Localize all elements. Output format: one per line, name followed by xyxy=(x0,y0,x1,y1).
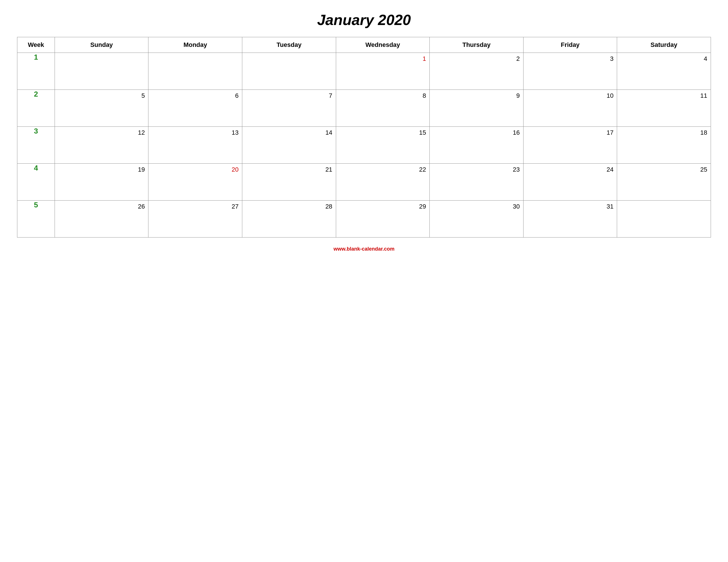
calendar-table: WeekSundayMondayTuesdayWednesdayThursday… xyxy=(17,37,711,238)
week-number-3: 3 xyxy=(17,127,55,164)
week-number-5: 5 xyxy=(17,201,55,238)
day-cell: 7 xyxy=(242,90,336,127)
week-number-2: 2 xyxy=(17,90,55,127)
day-cell: 6 xyxy=(148,90,242,127)
day-cell: 29 xyxy=(336,201,430,238)
day-cell: 20 xyxy=(148,164,242,201)
day-number: 7 xyxy=(246,92,332,100)
day-cell: 11 xyxy=(617,90,711,127)
day-number: 6 xyxy=(152,92,239,100)
day-number: 25 xyxy=(621,166,707,173)
day-number: 29 xyxy=(340,203,426,210)
day-number: 10 xyxy=(527,92,614,100)
day-number: 30 xyxy=(433,203,520,210)
day-cell: 22 xyxy=(336,164,430,201)
day-cell xyxy=(55,53,148,90)
header-friday: Friday xyxy=(523,37,617,53)
day-number: 1 xyxy=(340,55,426,63)
day-cell xyxy=(148,53,242,90)
week-row-4: 419202122232425 xyxy=(17,164,711,201)
week-row-3: 312131415161718 xyxy=(17,127,711,164)
day-number: 21 xyxy=(246,166,332,173)
day-cell: 9 xyxy=(430,90,524,127)
day-number: 17 xyxy=(527,129,614,136)
day-cell: 28 xyxy=(242,201,336,238)
day-cell: 23 xyxy=(430,164,524,201)
week-number-1: 1 xyxy=(17,53,55,90)
day-cell: 21 xyxy=(242,164,336,201)
day-cell: 14 xyxy=(242,127,336,164)
day-cell: 3 xyxy=(523,53,617,90)
day-cell: 12 xyxy=(55,127,148,164)
header-tuesday: Tuesday xyxy=(242,37,336,53)
day-number: 27 xyxy=(152,203,239,210)
day-cell: 26 xyxy=(55,201,148,238)
header-saturday: Saturday xyxy=(617,37,711,53)
day-number: 9 xyxy=(433,92,520,100)
day-cell: 17 xyxy=(523,127,617,164)
day-number: 15 xyxy=(340,129,426,136)
day-number: 8 xyxy=(340,92,426,100)
day-number: 3 xyxy=(527,55,614,63)
day-cell: 31 xyxy=(523,201,617,238)
day-cell: 30 xyxy=(430,201,524,238)
day-cell: 2 xyxy=(430,53,524,90)
footer: www.blank-calendar.com xyxy=(334,246,394,252)
header-row: WeekSundayMondayTuesdayWednesdayThursday… xyxy=(17,37,711,53)
day-cell: 25 xyxy=(617,164,711,201)
day-cell: 1 xyxy=(336,53,430,90)
day-number: 12 xyxy=(58,129,145,136)
day-cell: 27 xyxy=(148,201,242,238)
day-number: 5 xyxy=(58,92,145,100)
header-thursday: Thursday xyxy=(430,37,524,53)
day-cell: 18 xyxy=(617,127,711,164)
day-number: 18 xyxy=(621,129,707,136)
day-number: 26 xyxy=(58,203,145,210)
day-cell: 5 xyxy=(55,90,148,127)
day-number: 24 xyxy=(527,166,614,173)
day-cell xyxy=(242,53,336,90)
header-wednesday: Wednesday xyxy=(336,37,430,53)
day-number: 2 xyxy=(433,55,520,63)
header-week: Week xyxy=(17,37,55,53)
day-cell: 16 xyxy=(430,127,524,164)
day-cell: 4 xyxy=(617,53,711,90)
day-number: 22 xyxy=(340,166,426,173)
day-cell xyxy=(617,201,711,238)
day-number: 23 xyxy=(433,166,520,173)
day-number: 31 xyxy=(527,203,614,210)
week-number-4: 4 xyxy=(17,164,55,201)
week-row-1: 11234 xyxy=(17,53,711,90)
header-sunday: Sunday xyxy=(55,37,148,53)
day-number: 4 xyxy=(621,55,707,63)
day-cell: 10 xyxy=(523,90,617,127)
day-cell: 13 xyxy=(148,127,242,164)
day-number: 14 xyxy=(246,129,332,136)
day-cell: 15 xyxy=(336,127,430,164)
day-cell: 19 xyxy=(55,164,148,201)
footer-link[interactable]: www.blank-calendar.com xyxy=(334,246,394,252)
day-number: 19 xyxy=(58,166,145,173)
day-number: 11 xyxy=(621,92,707,100)
week-row-2: 2567891011 xyxy=(17,90,711,127)
day-number: 16 xyxy=(433,129,520,136)
day-number: 13 xyxy=(152,129,239,136)
day-cell: 24 xyxy=(523,164,617,201)
header-monday: Monday xyxy=(148,37,242,53)
page-title: January 2020 xyxy=(317,11,411,28)
week-row-5: 5262728293031 xyxy=(17,201,711,238)
day-number: 20 xyxy=(152,166,239,173)
day-number: 28 xyxy=(246,203,332,210)
day-cell: 8 xyxy=(336,90,430,127)
